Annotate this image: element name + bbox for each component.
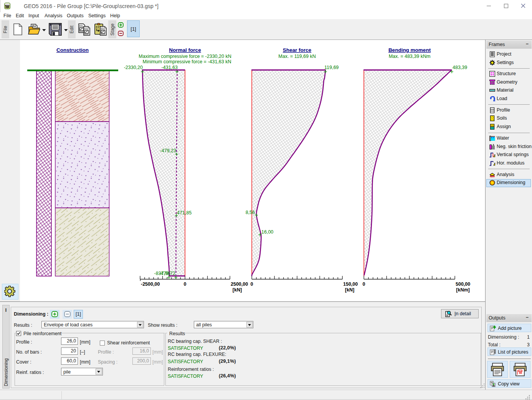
svg-text:Construction: Construction (56, 47, 89, 53)
svg-text:-2500,00: -2500,00 (141, 281, 160, 287)
svg-text:483,39: 483,39 (453, 65, 467, 70)
svg-text:Max. = 483,39 kNm: Max. = 483,39 kNm (389, 54, 431, 59)
svg-text:Normal force: Normal force (169, 47, 201, 53)
svg-text:Minimum compressive force = -4: Minimum compressive force = -431,63 kN (143, 59, 231, 64)
svg-text:[kN]: [kN] (345, 287, 354, 293)
svg-text:471,85: 471,85 (177, 210, 192, 216)
svg-text:-2330,20: -2330,20 (124, 65, 143, 70)
svg-text:Shear force: Shear force (283, 47, 312, 53)
svg-text:-431,63: -431,63 (162, 65, 178, 70)
svg-text:150,00: 150,00 (343, 281, 358, 287)
svg-text:500,00: 500,00 (456, 281, 470, 287)
svg-text:2500,00: 2500,00 (231, 281, 248, 287)
svg-text:[kN]: [kN] (233, 287, 242, 293)
svg-text:0: 0 (184, 281, 187, 287)
svg-text:-479,23: -479,23 (160, 148, 176, 153)
svg-text:Maximum compressive force = -2: Maximum compressive force = -2330,20 kN (139, 54, 231, 59)
svg-text:119,69: 119,69 (324, 65, 339, 70)
svg-text:[kNm]: [kNm] (456, 287, 469, 293)
svg-text:-479,72: -479,72 (159, 271, 175, 276)
svg-text:Max. = 119,69 kN: Max. = 119,69 kN (278, 54, 316, 59)
svg-text:16,00: 16,00 (261, 229, 273, 235)
svg-text:0: 0 (251, 281, 253, 287)
svg-text:Bending moment: Bending moment (388, 47, 431, 53)
svg-text:8,56: 8,56 (246, 210, 255, 215)
svg-text:0: 0 (363, 281, 365, 287)
